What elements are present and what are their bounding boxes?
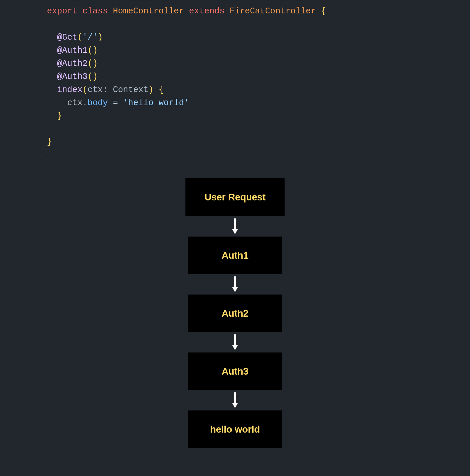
paren-close: )	[98, 33, 103, 42]
decorator-at: @	[57, 59, 62, 68]
flow-label: User Request	[204, 192, 265, 203]
code-block: export class HomeController extends Fire…	[41, 0, 446, 156]
brace-open: {	[159, 85, 164, 95]
code-snippet: export class HomeController extends Fire…	[41, 0, 446, 156]
body-prop: body	[87, 98, 108, 108]
brace-open: {	[321, 6, 326, 16]
arrow-down-icon	[231, 390, 239, 410]
svg-marker-3	[232, 287, 238, 292]
brace-close: }	[57, 111, 62, 121]
flow-label: Auth3	[222, 366, 248, 377]
paren-open: (	[87, 59, 92, 68]
keyword-export: export	[47, 6, 77, 16]
brace-close: }	[47, 137, 52, 147]
keyword-extends: extends	[189, 6, 225, 16]
paren-open: (	[77, 33, 82, 42]
svg-marker-1	[232, 229, 238, 234]
arrow-down-icon	[231, 274, 239, 295]
colon: :	[103, 85, 108, 95]
dot: .	[83, 98, 87, 108]
class-name: HomeController	[113, 6, 184, 16]
paren-open: (	[83, 85, 87, 95]
flow-label: hello world	[210, 424, 260, 435]
string-body: 'hello world'	[123, 98, 189, 108]
flow-label: Auth1	[222, 250, 248, 261]
decorator-auth2: Auth2	[62, 59, 87, 68]
decorator-auth3: Auth3	[62, 72, 87, 82]
flow-label: Auth2	[222, 308, 248, 319]
method-name: index	[57, 85, 83, 95]
decorator-at: @	[57, 72, 62, 82]
svg-marker-7	[232, 403, 238, 408]
base-class: FireCatController	[230, 6, 316, 16]
flow-diagram: User Request Auth1 Auth2 Auth3 h	[0, 178, 470, 448]
keyword-class: class	[83, 6, 108, 16]
paren-close: )	[93, 59, 98, 68]
flow-box-user-request: User Request	[185, 178, 285, 216]
svg-marker-5	[232, 345, 238, 350]
decorator-get: Get	[62, 33, 77, 42]
param-name: ctx	[87, 85, 103, 95]
string-route: '/'	[83, 33, 98, 42]
flow-box-auth1: Auth1	[188, 237, 282, 274]
flow-box-auth2: Auth2	[188, 295, 282, 332]
paren-open: (	[87, 72, 92, 82]
arrow-down-icon	[231, 216, 239, 237]
flow-box-auth3: Auth3	[188, 352, 282, 390]
decorator-auth1: Auth1	[62, 46, 87, 55]
arrow-down-icon	[231, 332, 239, 352]
paren-open: (	[87, 46, 92, 55]
param-type: Context	[113, 85, 148, 95]
decorator-at: @	[57, 33, 62, 42]
paren-close: )	[93, 46, 98, 55]
equals: =	[113, 98, 118, 108]
flow-box-hello-world: hello world	[188, 410, 282, 448]
decorator-at: @	[57, 46, 62, 55]
ctx-ref: ctx	[67, 98, 83, 108]
paren-close: )	[93, 72, 98, 82]
paren-close: )	[148, 85, 153, 95]
